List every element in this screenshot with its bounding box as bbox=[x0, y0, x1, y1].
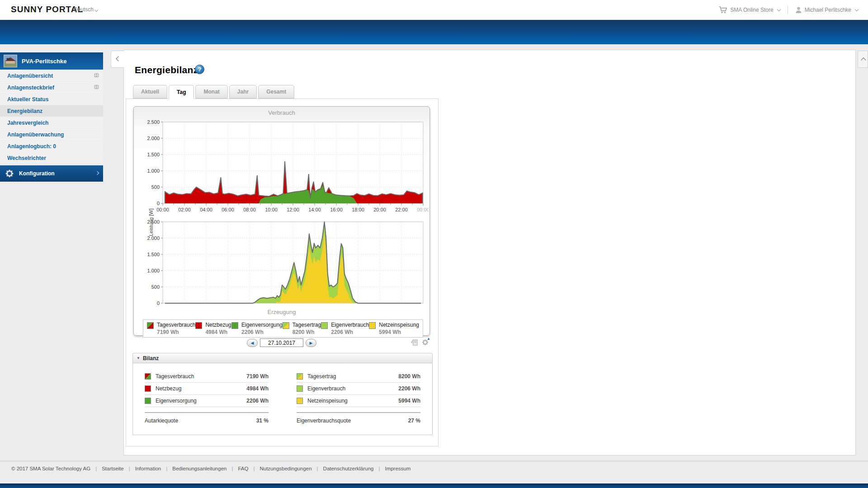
svg-text:1.500: 1.500 bbox=[147, 152, 160, 157]
netzbezug-swatch bbox=[145, 385, 151, 392]
copyright: © 2017 SMA Solar Technology AG bbox=[11, 466, 90, 471]
chevron-right-icon bbox=[95, 171, 99, 174]
page-title: Energiebilanz bbox=[135, 65, 198, 75]
publish-report-icon[interactable] bbox=[411, 338, 419, 348]
collapse-sidebar-button[interactable] bbox=[111, 51, 124, 68]
eigenversorgung-swatch bbox=[231, 322, 238, 329]
plant-photo bbox=[4, 55, 17, 67]
chart-panel: Verbrauch 05001.0001.5002.0002.50000:000… bbox=[133, 106, 430, 336]
tagesertrag-swatch bbox=[283, 322, 289, 329]
sidebar-item-anlagenuebersicht[interactable]: Anlagenübersicht bbox=[0, 70, 103, 81]
footer-link-information[interactable]: Information bbox=[124, 466, 161, 471]
footer-link-bedienungsanleitungen[interactable]: Bedienungsanleitungen bbox=[161, 466, 226, 471]
sidebar-item-anlagenlogbuch[interactable]: Anlagenlogbuch: 0 bbox=[0, 141, 103, 152]
chart-settings-icon[interactable]: ▲ bbox=[421, 338, 429, 348]
chevron-down-icon bbox=[94, 8, 98, 12]
store-menu[interactable]: SMA Online Store bbox=[719, 6, 780, 14]
cart-icon bbox=[719, 6, 727, 14]
netzeinspeisung-swatch bbox=[369, 322, 376, 329]
date-input[interactable] bbox=[260, 338, 303, 347]
footer-link-startseite[interactable]: Startseite bbox=[90, 466, 124, 471]
chevron-down-icon bbox=[777, 7, 780, 11]
tagesverbrauch-swatch bbox=[145, 373, 151, 380]
chart-legend: Tagesverbrauch 7190 Wh Netzbezug 4984 Wh… bbox=[143, 319, 423, 338]
language-selector[interactable]: Deutsch bbox=[74, 6, 98, 13]
svg-text:0: 0 bbox=[157, 300, 160, 306]
help-icon[interactable]: ? bbox=[195, 65, 204, 74]
bilanz-right-column: Tagesertrag 8200 Wh Eigenverbrauch 2206 … bbox=[297, 371, 420, 426]
top-bar: SUNNY PORTAL Deutsch SMA Online Store Mi… bbox=[0, 0, 868, 20]
previous-day-button[interactable]: ◀ bbox=[247, 339, 258, 347]
erzeugung-title: Erzeugung bbox=[134, 309, 429, 317]
bilanz-row-eigenversorgung: Eigenversorgung 2206 Wh bbox=[145, 395, 269, 407]
collapse-triangle-icon: ▼ bbox=[137, 356, 140, 360]
tab-bar: Aktuell Tag Monat Jahr Gesamt bbox=[133, 85, 294, 99]
eigenverbrauch-swatch bbox=[321, 322, 328, 329]
svg-text:16:00: 16:00 bbox=[330, 207, 343, 212]
legend-eigenversorgung: Eigenversorgung 2206 Wh bbox=[231, 322, 283, 335]
bilanz-row-netzbezug: Netzbezug 4984 Wh bbox=[145, 383, 269, 395]
footer-link-impressum[interactable]: Impressum bbox=[373, 466, 410, 471]
footer-link-faq[interactable]: FAQ bbox=[226, 466, 248, 471]
svg-text:500: 500 bbox=[151, 184, 160, 190]
konfiguration-label: Konfiguration bbox=[19, 170, 94, 177]
sidebar-item-jahresvergleich[interactable]: Jahresvergleich bbox=[0, 117, 103, 128]
svg-text:04:00: 04:00 bbox=[200, 207, 212, 212]
eigenverbrauch-swatch bbox=[297, 385, 303, 392]
footer-link-datenschutzerklaerung[interactable]: Datenschutzerklärung bbox=[312, 466, 374, 471]
content-card: Energiebilanz ? Aktuell Tag Monat Jahr G… bbox=[123, 50, 856, 455]
legend-tagesverbrauch: Tagesverbrauch 7190 Wh bbox=[147, 322, 195, 335]
legend-netzbezug: Netzbezug 4984 Wh bbox=[195, 322, 231, 335]
tab-jahr[interactable]: Jahr bbox=[229, 85, 257, 99]
globe-icon bbox=[94, 72, 99, 78]
footer-link-nutzungsbedingungen[interactable]: Nutzungsbedingungen bbox=[248, 466, 311, 471]
erzeugung-chart: 05001.0001.5002.0002.500 bbox=[134, 217, 429, 309]
tab-gesamt[interactable]: Gesamt bbox=[258, 85, 294, 99]
chevron-left-icon bbox=[116, 56, 121, 61]
divider bbox=[788, 6, 788, 14]
banner bbox=[0, 20, 868, 44]
sidebar-item-aktueller-status[interactable]: Aktueller Status bbox=[0, 94, 103, 105]
bilanz-left-column: Tagesverbrauch 7190 Wh Netzbezug 4984 Wh… bbox=[145, 371, 269, 426]
sidebar-item-wechselrichter[interactable]: Wechselrichter bbox=[0, 152, 103, 164]
date-navigation: ◀ ▶ ▲ bbox=[133, 338, 430, 349]
arrow-up-icon: ▲ bbox=[427, 337, 430, 341]
tab-tag[interactable]: Tag bbox=[169, 85, 194, 99]
bilanz-title: Bilanz bbox=[143, 355, 159, 361]
next-day-button[interactable]: ▶ bbox=[306, 339, 316, 347]
sidebar-item-konfiguration[interactable]: Konfiguration bbox=[0, 165, 103, 182]
bilanz-panel: ▼ Bilanz Tagesverbrauch 7190 Wh Netzbezu… bbox=[132, 353, 433, 435]
y-axis-label: Leistung [W] bbox=[148, 204, 154, 240]
page: SUNNY PORTAL Deutsch SMA Online Store Mi… bbox=[0, 0, 868, 488]
svg-text:1.500: 1.500 bbox=[147, 252, 160, 257]
tab-aktuell[interactable]: Aktuell bbox=[133, 85, 167, 99]
verbrauch-chart: 05001.0001.5002.0002.50000:0002:0004:000… bbox=[134, 117, 429, 217]
sidebar-item-anlagenueberwachung[interactable]: Anlagenüberwachung bbox=[0, 129, 103, 140]
sunny-portal-logo[interactable]: SUNNY PORTAL bbox=[11, 5, 83, 14]
svg-text:02:00: 02:00 bbox=[178, 207, 191, 212]
gear-icon bbox=[5, 169, 14, 178]
verbrauch-title: Verbrauch bbox=[134, 109, 429, 117]
svg-text:08:00: 08:00 bbox=[243, 207, 256, 212]
bilanz-row-eigenverbrauch: Eigenverbrauch 2206 Wh bbox=[297, 383, 420, 395]
netzeinspeisung-swatch bbox=[297, 398, 303, 404]
svg-text:22:00: 22:00 bbox=[395, 207, 408, 212]
svg-text:00:00: 00:00 bbox=[156, 207, 169, 212]
bilanz-row-eigenverbrauchsquote: Eigenverbrauchsquote 27 % bbox=[297, 412, 420, 426]
globe-icon bbox=[94, 84, 99, 90]
svg-text:2.000: 2.000 bbox=[147, 136, 160, 141]
scroll-top-button[interactable] bbox=[858, 51, 868, 68]
bilanz-header[interactable]: ▼ Bilanz bbox=[132, 353, 433, 363]
tab-monat[interactable]: Monat bbox=[195, 85, 227, 99]
svg-text:18:00: 18:00 bbox=[352, 207, 364, 212]
sidebar-item-energiebilanz[interactable]: Energiebilanz bbox=[0, 105, 103, 117]
user-menu[interactable]: Michael Perlitschke bbox=[795, 6, 858, 14]
netzbezug-swatch bbox=[195, 322, 202, 329]
sidebar-item-anlagensteckbrief[interactable]: Anlagensteckbrief bbox=[0, 82, 103, 93]
svg-text:12:00: 12:00 bbox=[287, 207, 299, 212]
svg-text:0: 0 bbox=[157, 201, 160, 206]
svg-text:1.000: 1.000 bbox=[147, 168, 160, 174]
plant-selector[interactable]: PVA-Perlitschke bbox=[0, 52, 103, 70]
user-icon bbox=[795, 6, 802, 14]
tagesverbrauch-swatch bbox=[147, 322, 154, 329]
